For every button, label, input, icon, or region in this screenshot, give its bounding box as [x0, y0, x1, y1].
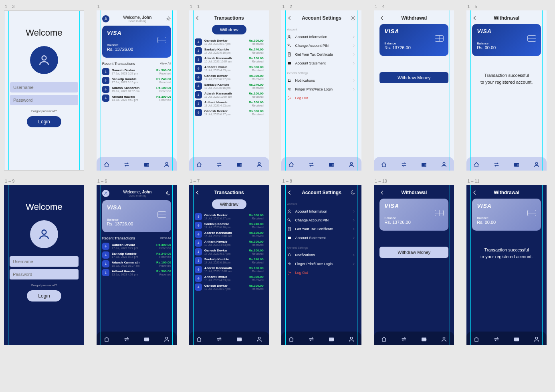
password-input[interactable]	[10, 269, 79, 279]
transaction-row[interactable]: Ganesh Devkar17 Jul, 2023 6:27 pm Rs.300…	[195, 283, 264, 291]
login-button[interactable]: Login	[27, 116, 61, 127]
moon-icon[interactable]	[165, 191, 171, 196]
transaction-row[interactable]: Ganesh Devkar17 Jul, 2023 6:27 pm Rs.300…	[195, 38, 264, 46]
transaction-row[interactable]: Adarsh Kannarath15 Jul, 2023 10:07 am Rs…	[102, 260, 171, 267]
transaction-row[interactable]: Arihant Hawale13 Jul, 2023 4:53 pm Rs.30…	[195, 65, 264, 72]
nav-transfer[interactable]	[216, 161, 222, 168]
nav-transfer[interactable]	[216, 336, 222, 342]
back-icon[interactable]	[195, 15, 200, 21]
nav-profile[interactable]	[256, 161, 262, 168]
settings-row[interactable]: Notifications	[287, 76, 356, 85]
nav-home[interactable]	[103, 161, 110, 168]
sun-icon[interactable]	[350, 15, 356, 21]
username-input[interactable]	[10, 256, 79, 267]
transaction-row[interactable]: Sankalp Kamble17 Jul, 2023 6:16 pm Rs.24…	[195, 257, 264, 264]
nav-home[interactable]	[288, 161, 295, 168]
nav-profile[interactable]	[533, 336, 540, 342]
nav-transfer[interactable]	[401, 336, 407, 342]
nav-transfer[interactable]	[308, 336, 315, 342]
login-button[interactable]: Login	[27, 290, 61, 302]
back-icon[interactable]	[379, 15, 385, 21]
transaction-row[interactable]: Adarsh Kannarath15 Jul, 2023 10:07 am Rs…	[195, 56, 264, 63]
nav-wallet[interactable]	[513, 336, 520, 342]
transaction-row[interactable]: Ganesh Devkar17 Jul, 2023 6:27 pm Rs.300…	[195, 74, 264, 81]
transaction-row[interactable]: Ganesh Devkar17 Jul, 2023 6:27 pm Rs.300…	[195, 213, 264, 220]
settings-row[interactable]: Get Your Tax Certificate	[287, 50, 356, 59]
nav-wallet[interactable]	[421, 336, 427, 342]
password-input[interactable]	[10, 95, 78, 105]
back-icon[interactable]	[472, 190, 478, 195]
nav-profile[interactable]	[441, 336, 447, 342]
nav-profile[interactable]	[256, 336, 262, 342]
avatar-icon[interactable]	[102, 190, 109, 197]
transaction-row[interactable]: Sankalp Kamble17 Jul, 2023 6:16 pm Rs.24…	[195, 47, 264, 54]
nav-wallet[interactable]	[328, 161, 335, 168]
nav-home[interactable]	[381, 336, 387, 342]
nav-home[interactable]	[381, 161, 387, 168]
nav-wallet[interactable]	[513, 161, 520, 168]
settings-row[interactable]: Change Account PIN	[287, 216, 356, 225]
back-icon[interactable]	[287, 190, 293, 195]
nav-wallet[interactable]	[421, 161, 427, 168]
nav-transfer[interactable]	[308, 161, 315, 168]
nav-home[interactable]	[196, 161, 202, 168]
transaction-row[interactable]: Sankalp Kamble17 Jul, 2023 6:16 pm Rs.24…	[102, 251, 171, 259]
avatar-icon[interactable]	[102, 15, 109, 22]
transaction-row[interactable]: Arihant Hawale13 Jul, 2023 4:53 pm Rs.30…	[195, 100, 264, 107]
withdraw-button[interactable]: Withdraw	[212, 25, 246, 34]
nav-profile[interactable]	[163, 161, 170, 168]
transaction-row[interactable]: Ganesh Devkar17 Jul, 2023 6:27 pm Rs.300…	[102, 243, 171, 250]
transaction-row[interactable]: Adarsh Kannarath15 Jul, 2023 10:07 am Rs…	[195, 231, 264, 238]
view-all-link[interactable]: View All	[160, 236, 171, 240]
forgot-link[interactable]: Forgot password?	[10, 109, 78, 113]
back-icon[interactable]	[195, 190, 200, 195]
nav-transfer[interactable]	[493, 161, 500, 168]
settings-row[interactable]: Account Information	[287, 207, 356, 216]
nav-profile[interactable]	[533, 161, 540, 168]
nav-transfer[interactable]	[123, 161, 130, 168]
settings-row[interactable]: Finger Print/Face Login	[287, 85, 356, 94]
transaction-row[interactable]: Ganesh Devkar17 Jul, 2023 6:27 pm Rs.300…	[102, 68, 171, 75]
settings-row[interactable]: Account Statement	[287, 233, 356, 242]
nav-transfer[interactable]	[401, 161, 407, 168]
settings-row[interactable]: Notifications	[287, 251, 356, 259]
settings-row[interactable]: Account Information	[287, 32, 356, 41]
back-icon[interactable]	[287, 15, 293, 21]
nav-profile[interactable]	[348, 336, 355, 342]
nav-home[interactable]	[196, 336, 202, 342]
nav-transfer[interactable]	[123, 336, 130, 342]
nav-wallet[interactable]	[143, 336, 150, 342]
nav-wallet[interactable]	[236, 161, 242, 168]
transaction-row[interactable]: Adarsh Kannarath15 Jul, 2023 10:07 am Rs…	[195, 266, 264, 273]
transaction-row[interactable]: Sankalp Kamble17 Jul, 2023 6:16 pm Rs.24…	[195, 82, 264, 90]
nav-profile[interactable]	[441, 161, 447, 168]
settings-row[interactable]: Change Account PIN	[287, 41, 356, 50]
nav-home[interactable]	[103, 336, 110, 342]
back-icon[interactable]	[472, 15, 478, 21]
settings-row[interactable]: Get Your Tax Certificate	[287, 225, 356, 233]
nav-wallet[interactable]	[328, 336, 335, 342]
username-input[interactable]	[10, 82, 78, 92]
transaction-row[interactable]: Ganesh Devkar17 Jul, 2023 6:27 pm Rs.300…	[195, 248, 264, 255]
logout-row[interactable]: Log Out	[287, 268, 356, 277]
logout-row[interactable]: Log Out	[287, 94, 356, 103]
nav-profile[interactable]	[163, 336, 170, 342]
nav-wallet[interactable]	[143, 161, 150, 168]
back-icon[interactable]	[379, 190, 385, 195]
sun-icon[interactable]	[165, 16, 171, 22]
settings-row[interactable]: Account Statement	[287, 59, 356, 68]
withdraw-money-button[interactable]: Withdraw Money	[379, 247, 448, 258]
settings-row[interactable]: Finger Print/Face Login	[287, 259, 356, 268]
withdraw-money-button[interactable]: Withdraw Money	[379, 72, 448, 83]
nav-home[interactable]	[288, 336, 295, 342]
nav-home[interactable]	[473, 336, 480, 342]
moon-icon[interactable]	[350, 190, 356, 195]
transaction-row[interactable]: Arihant Hawale13 Jul, 2023 4:53 pm Rs.30…	[102, 269, 171, 276]
transaction-row[interactable]: Sankalp Kamble17 Jul, 2023 6:16 pm Rs.24…	[102, 77, 171, 84]
withdraw-button[interactable]: Withdraw	[212, 199, 246, 209]
transaction-row[interactable]: Arihant Hawale13 Jul, 2023 4:53 pm Rs.30…	[195, 239, 264, 247]
forgot-link[interactable]: Forgot password?	[10, 283, 79, 287]
view-all-link[interactable]: View All	[160, 62, 171, 66]
transaction-row[interactable]: Arihant Hawale13 Jul, 2023 4:53 pm Rs.30…	[195, 275, 264, 282]
nav-profile[interactable]	[348, 161, 355, 168]
